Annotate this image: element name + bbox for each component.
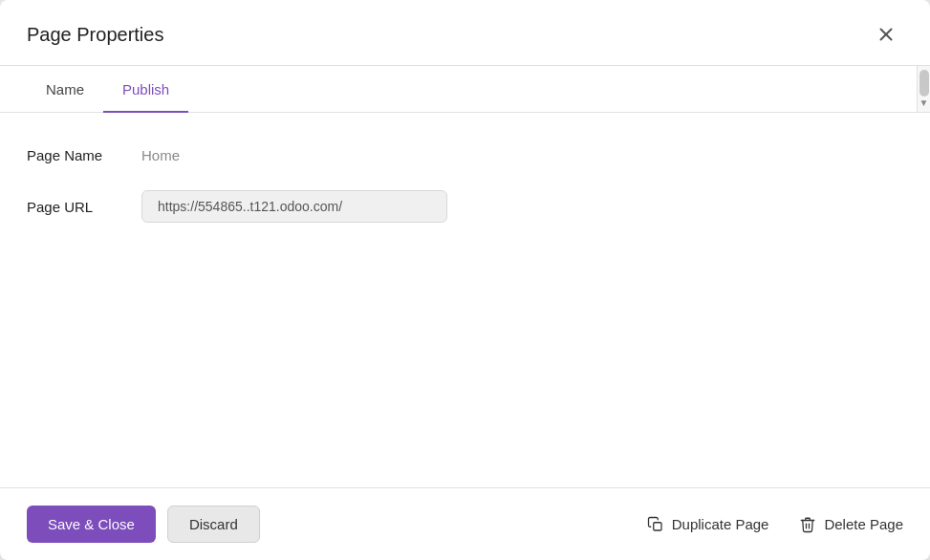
- form-section: Page Name Home Page URL https://554865..…: [0, 113, 930, 257]
- svg-rect-2: [653, 522, 660, 529]
- tab-publish[interactable]: Publish: [103, 66, 188, 113]
- modal-title: Page Properties: [27, 24, 163, 46]
- delete-page-label: Delete Page: [824, 516, 903, 532]
- page-name-value: Home: [141, 147, 180, 163]
- footer-left-actions: Save & Close Discard: [27, 506, 260, 543]
- page-url-label: Page URL: [27, 199, 141, 215]
- page-url-row: Page URL https://554865..t121.odoo.com/: [27, 190, 854, 223]
- tabs-row: Name Publish ▼: [0, 66, 930, 113]
- duplicate-page-button[interactable]: Duplicate Page: [647, 516, 769, 533]
- modal-header: Page Properties: [0, 0, 930, 66]
- close-icon: [876, 24, 897, 45]
- duplicate-icon: [647, 516, 664, 533]
- close-button[interactable]: [869, 17, 903, 52]
- scrollbar-thumb: [919, 70, 929, 97]
- scrollbar-down-arrow: ▼: [919, 98, 929, 108]
- discard-button[interactable]: Discard: [167, 506, 260, 543]
- scrollbar[interactable]: ▼: [917, 66, 930, 112]
- trash-icon: [799, 516, 816, 533]
- tab-name[interactable]: Name: [27, 66, 103, 113]
- page-properties-modal: Page Properties Name Publish ▼: [0, 0, 930, 560]
- page-name-label: Page Name: [27, 147, 141, 163]
- modal-body: Name Publish ▼ Page Name Home Page URL h…: [0, 66, 930, 487]
- footer-right-actions: Duplicate Page Delete Page: [647, 516, 903, 533]
- duplicate-page-label: Duplicate Page: [672, 516, 769, 532]
- page-url-value[interactable]: https://554865..t121.odoo.com/: [141, 190, 447, 223]
- save-close-button[interactable]: Save & Close: [27, 506, 156, 543]
- page-name-row: Page Name Home: [27, 147, 854, 163]
- delete-page-button[interactable]: Delete Page: [799, 516, 903, 533]
- modal-footer: Save & Close Discard Duplicate Page: [0, 488, 930, 560]
